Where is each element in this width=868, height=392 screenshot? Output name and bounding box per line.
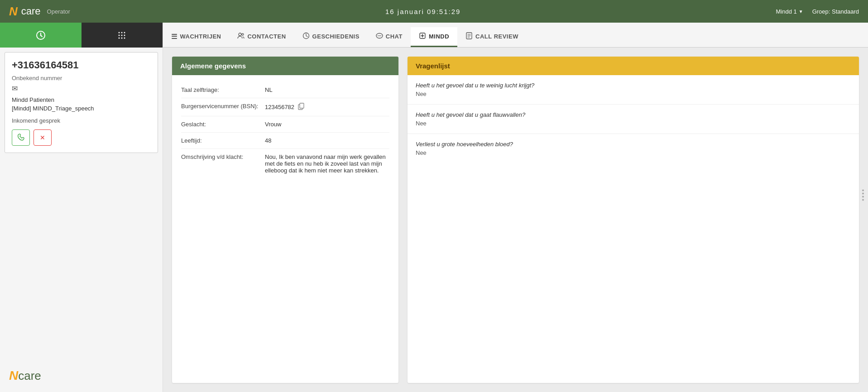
resize-handle[interactable] [861,189,865,204]
sidebar-logo-v: N [9,368,18,383]
sidebar: +31636164581 Onbekend nummer ✉ Mindd Pat… [0,23,163,392]
svg-point-22 [862,190,864,191]
question-2: Heeft u het gevoel dat u gaat flauwvalle… [408,105,859,134]
user-menu[interactable]: Mindd 1 ▼ [776,8,803,15]
question-2-answer: Nee [416,120,851,127]
svg-point-23 [862,193,864,195]
tab-geschiedenis-label: GESCHIEDENIS [312,33,360,40]
svg-rect-21 [300,103,304,108]
geschiedenis-icon [302,32,310,41]
mindd-content: Algemene gegevens Taal zelftriage: NL Bu… [163,48,868,392]
user-name: Mindd 1 [776,8,796,15]
svg-point-16 [379,35,380,36]
patient-label: Mindd Patienten [12,96,151,103]
caller-number: +31636164581 [12,59,151,71]
nav-tabs: ☰ WACHTRIJEN CONTACTEN GESCHIEDENIS CHA [163,23,868,48]
svg-point-10 [124,37,125,38]
topbar-datetime: 16 januari 09:51:29 [385,8,460,15]
clock-icon [36,30,46,40]
tab-contacten-label: CONTACTEN [247,33,286,40]
mindd-icon [419,32,426,41]
main-layout: +31636164581 Onbekend nummer ✉ Mindd Pat… [0,23,868,392]
content-area: ☰ WACHTRIJEN CONTACTEN GESCHIEDENIS CHA [163,23,868,392]
wachtrijen-icon: ☰ [171,33,177,41]
reject-call-button[interactable]: ✕ [34,129,52,146]
svg-point-9 [121,37,123,38]
leeftijd-row: Leeftijd: 48 [181,133,389,149]
chat-icon [376,33,383,40]
tab-wachtrijen[interactable]: ☰ WACHTRIJEN [163,27,229,47]
dialpad-icon [117,30,127,40]
svg-point-1 [40,34,41,36]
sidebar-logo: Ncare [0,359,163,392]
reject-icon: ✕ [40,134,45,141]
email-icon[interactable]: ✉ [12,84,151,93]
accept-call-button[interactable] [12,129,30,146]
tab-chat-label: CHAT [386,33,403,40]
question-1-text: Heeft u het gevoel dat u te weinig lucht… [416,82,851,89]
caller-info-card: +31636164581 Onbekend nummer ✉ Mindd Pat… [5,52,158,153]
clock-button[interactable] [0,23,82,48]
taal-value: NL [265,86,389,93]
geslacht-row: Geslacht: Vrouw [181,116,389,133]
svg-point-4 [124,32,125,33]
operator-label: Operator [47,8,70,15]
question-3-answer: Nee [416,149,851,156]
question-3-text: Verliest u grote hoeveelheden bloed? [416,141,851,148]
tab-contacten[interactable]: CONTACTEN [229,27,294,47]
phone-accept-icon [17,134,25,142]
svg-point-6 [121,34,123,36]
svg-point-7 [124,34,125,36]
algemene-gegevens-header: Algemene gegevens [172,57,398,75]
question-1-answer: Nee [416,91,851,97]
svg-point-24 [862,196,864,198]
algemene-gegevens-card: Algemene gegevens Taal zelftriage: NL Bu… [172,57,398,383]
algemene-gegevens-body: Taal zelftriage: NL Burgerservicenummer … [172,75,398,185]
question-3: Verliest u grote hoeveelheden bloed? Nee [408,134,859,163]
svg-point-17 [380,35,381,36]
tab-wachtrijen-label: WACHTRIJEN [180,33,221,40]
tab-call-review[interactable]: CALL REVIEW [457,27,527,47]
topbar-right: Mindd 1 ▼ Groep: Standaard [776,8,859,15]
triage-label: [Mindd] MINDD_Triage_speech [12,105,151,112]
sidebar-controls [0,23,163,48]
taal-row: Taal zelftriage: NL [181,82,389,98]
topbar: Ncare Operator 16 januari 09:51:29 Mindd… [0,0,868,23]
svg-point-3 [121,32,123,33]
caller-actions: ✕ [12,129,151,146]
svg-point-25 [862,199,864,201]
logo: Ncare Operator [9,5,70,19]
bsn-row: Burgerservicenummer (BSN): 123456782 [181,98,389,116]
svg-point-5 [119,34,120,36]
svg-point-11 [239,33,241,36]
caller-status: Onbekend nummer [12,75,151,81]
tab-call-review-label: CALL REVIEW [475,33,518,40]
vragenlijst-card: Vragenlijst Heeft u het gevoel dat u te … [408,57,859,383]
question-2-text: Heeft u het gevoel dat u gaat flauwvalle… [416,111,851,118]
vragenlijst-title: Vragenlijst [416,62,450,70]
klacht-value: Nou, Ik ben vanavond naar mijn werk geva… [265,153,389,174]
tab-mindd[interactable]: MINDD [411,27,457,47]
dialpad-button[interactable] [82,23,163,48]
svg-point-12 [242,33,244,35]
logo-v: N [9,5,18,19]
tab-chat[interactable]: CHAT [368,27,411,47]
klacht-label: Omschrijving v/d klacht: [181,153,265,160]
vragenlijst-body: Heeft u het gevoel dat u te weinig lucht… [408,75,859,163]
svg-point-8 [119,37,120,38]
geslacht-value: Vrouw [265,121,389,128]
bsn-number: 123456782 [265,104,294,110]
user-caret-icon: ▼ [799,9,803,14]
svg-point-2 [119,32,120,33]
leeftijd-label: Leeftijd: [181,137,265,144]
copy-bsn-button[interactable] [298,103,304,111]
contacten-icon [237,33,245,40]
bsn-label: Burgerservicenummer (BSN): [181,103,265,110]
tab-geschiedenis[interactable]: GESCHIEDENIS [294,27,368,47]
tab-mindd-label: MINDD [429,33,449,40]
svg-point-15 [378,35,379,36]
incoming-label: Inkomend gesprek [12,117,151,124]
geslacht-label: Geslacht: [181,121,265,128]
algemene-gegevens-title: Algemene gegevens [180,62,246,70]
klacht-row: Omschrijving v/d klacht: Nou, Ik ben van… [181,149,389,178]
